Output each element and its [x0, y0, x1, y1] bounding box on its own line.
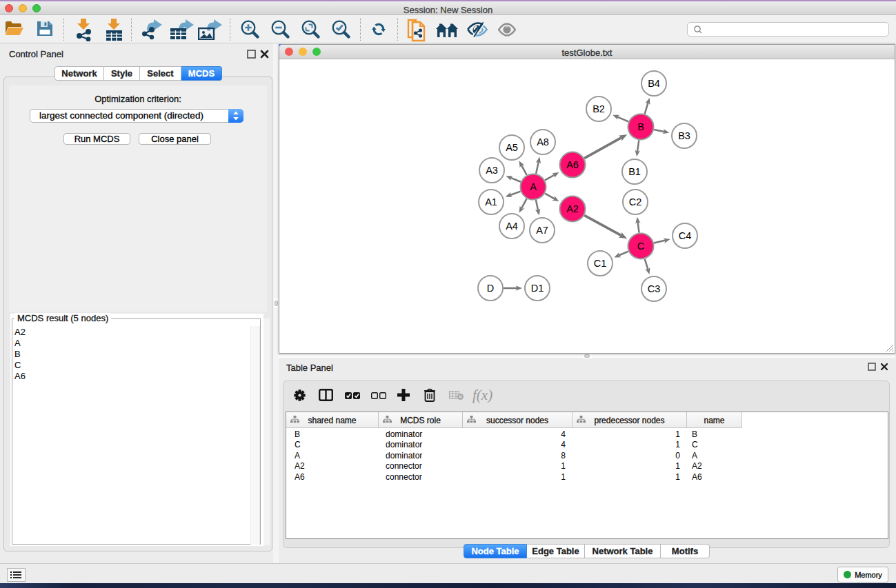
svg-text:C4: C4: [679, 230, 692, 241]
svg-text:D: D: [487, 283, 494, 294]
svg-text:B: B: [637, 121, 644, 132]
svg-text:A3: A3: [486, 165, 498, 176]
svg-text:B4: B4: [648, 78, 660, 89]
svg-text:C1: C1: [594, 258, 607, 269]
svg-text:A2: A2: [566, 203, 579, 214]
svg-text:C3: C3: [648, 283, 661, 294]
svg-text:C2: C2: [629, 196, 642, 207]
svg-text:A1: A1: [485, 196, 497, 207]
svg-text:D1: D1: [531, 283, 544, 294]
svg-text:A7: A7: [536, 225, 548, 236]
svg-text:C: C: [637, 241, 644, 252]
svg-text:A6: A6: [566, 159, 579, 170]
svg-text:B3: B3: [678, 130, 690, 141]
svg-text:B2: B2: [593, 103, 605, 114]
svg-text:A4: A4: [506, 221, 518, 232]
svg-text:A8: A8: [537, 136, 549, 148]
svg-text:A5: A5: [506, 142, 518, 153]
svg-text:A: A: [530, 181, 537, 192]
svg-text:f(x): f(x): [472, 387, 492, 403]
svg-text:B1: B1: [628, 166, 641, 177]
